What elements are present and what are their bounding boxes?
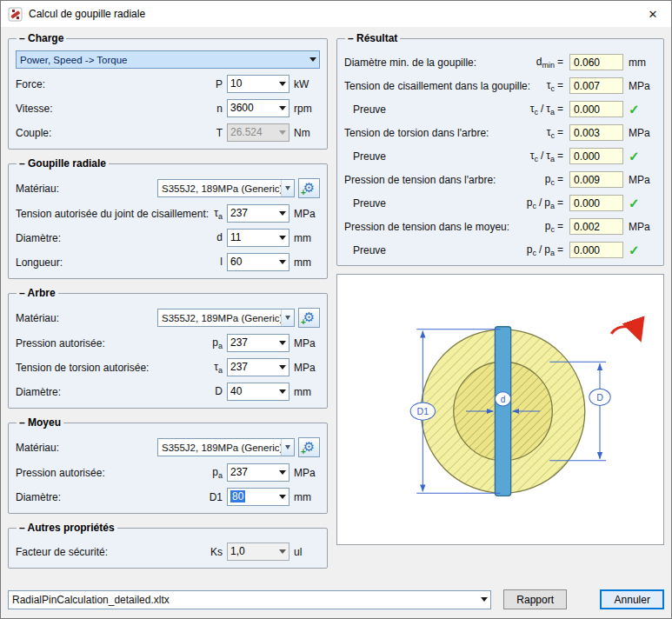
pin-length-label: Longueur: (16, 256, 220, 269)
unit-label: MPa (629, 80, 656, 92)
safety-factor-value[interactable] (228, 543, 276, 560)
hub-pressure-row: Pression autorisée: pa MPa (16, 463, 320, 482)
result-symbol: pc= (545, 220, 566, 234)
dropdown-arrow-icon[interactable] (276, 335, 289, 351)
unit-label: MPa (294, 467, 320, 479)
pin-diameter-input[interactable] (227, 229, 289, 247)
hub-material-edit-button[interactable]: ⚙ + (298, 437, 320, 457)
cancel-button[interactable]: Annuler (600, 589, 664, 609)
proof-value-field[interactable] (569, 148, 623, 164)
shaft-diameter-input[interactable] (227, 383, 289, 401)
group-shaft-title: Arbre (17, 287, 58, 299)
group-charge-title: Charge (17, 32, 66, 44)
power-value[interactable] (228, 76, 276, 92)
speed-value[interactable] (228, 100, 276, 116)
proof-row: Preuve τc/τa= ✓ (344, 101, 656, 117)
hub-material-row: Matériau: S355J2, 189MPa (Generic) ⚙ + (16, 437, 320, 457)
proof-row: Preuve pc/pa= ✓ (344, 195, 656, 211)
pin-length-value[interactable] (228, 254, 276, 270)
result-value-field[interactable] (569, 218, 623, 235)
dropdown-arrow-icon[interactable] (281, 310, 294, 326)
dropdown-arrow-icon[interactable] (276, 543, 289, 560)
pin-diameter-value[interactable] (228, 230, 276, 246)
speed-row: Vitesse: n rpm (16, 99, 320, 117)
plus-icon: + (301, 189, 306, 197)
shear-stress-value[interactable] (228, 205, 276, 222)
result-symbol: dmin= (536, 56, 566, 70)
dropdown-arrow-icon[interactable] (276, 489, 289, 505)
report-button[interactable]: Rapport (503, 589, 567, 609)
power-input[interactable] (227, 75, 289, 93)
shaft-pressure-input[interactable] (227, 334, 289, 352)
torque-symbol: T (216, 127, 223, 139)
shaft-torsion-input[interactable] (227, 358, 289, 376)
hub-diameter-input[interactable]: 80 (227, 488, 289, 506)
hub-diameter-value[interactable]: 80 (228, 489, 276, 505)
dropdown-arrow-icon[interactable] (276, 383, 289, 400)
result-value-field[interactable] (569, 124, 623, 141)
dropdown-arrow-icon[interactable] (477, 591, 490, 609)
hub-diameter-row: Diamètre: D1 80 mm (16, 488, 320, 506)
result-value-field[interactable] (569, 77, 623, 94)
pin-material-select[interactable]: S355J2, 189MPa (Generic) (157, 179, 295, 197)
dropdown-arrow-icon[interactable] (276, 100, 289, 116)
shear-stress-row: Tension autorisée du joint de cisailleme… (16, 204, 320, 223)
proof-value-field[interactable] (569, 242, 623, 258)
unit-label: MPa (629, 174, 656, 186)
load-type-select[interactable]: Power, Speed -> Torque (16, 50, 320, 69)
dropdown-arrow-icon[interactable] (281, 439, 294, 456)
power-row: Force: P kW (16, 75, 320, 93)
close-icon[interactable]: ✕ (635, 1, 671, 27)
proof-symbol: pc/pa= (527, 196, 566, 210)
hub-material-value: S355J2, 189MPa (Generic) (158, 439, 281, 456)
proof-value-field[interactable] (569, 195, 623, 211)
material-label: Matériau: (16, 183, 157, 195)
hub-pressure-input[interactable] (227, 463, 289, 482)
shaft-diameter-value[interactable] (228, 383, 276, 400)
dropdown-arrow-icon[interactable] (276, 76, 289, 92)
group-result-title: Résultat (345, 32, 400, 44)
hub-pressure-value[interactable] (228, 464, 276, 481)
proof-value-field[interactable] (569, 101, 623, 117)
shaft-pressure-value[interactable] (228, 335, 276, 351)
shaft-material-edit-button[interactable]: ⚙ + (298, 308, 320, 328)
unit-label: ul (294, 546, 320, 558)
safety-factor-symbol: Ks (210, 546, 223, 558)
dropdown-arrow-icon[interactable] (276, 230, 289, 246)
speed-input[interactable] (227, 99, 289, 117)
torque-input (227, 123, 289, 142)
group-other: Autres propriétés Facteur de sécurité: K… (8, 522, 328, 569)
hub-material-select[interactable]: S355J2, 189MPa (Generic) (157, 438, 295, 456)
group-hub: Moyeu Matériau: S355J2, 189MPa (Generic)… (8, 416, 328, 514)
result-value-field[interactable] (569, 171, 623, 188)
pin-material-edit-button[interactable]: ⚙ + (298, 178, 320, 198)
shaft-torsion-label: Tension de torsion autorisée: (16, 362, 214, 374)
safety-factor-input[interactable] (227, 542, 289, 561)
shaft-material-select[interactable]: S355J2, 189MPa (Generic) (157, 309, 295, 327)
power-label: Force: (16, 78, 216, 90)
template-file-select[interactable]: RadialPinCalculation_detailed.xltx (8, 590, 491, 609)
pin-length-input[interactable] (227, 253, 289, 271)
unit-label: MPa (629, 221, 656, 233)
shaft-torsion-value[interactable] (228, 359, 276, 376)
dropdown-arrow-icon[interactable] (276, 254, 289, 270)
result-label: Tension de torsion dans l'arbre: (344, 127, 547, 139)
shaft-pressure-symbol: pa (212, 336, 223, 350)
proof-row: Preuve τc/τa= ✓ (344, 148, 656, 164)
shear-stress-symbol: τa (214, 207, 223, 221)
dropdown-arrow-icon[interactable] (276, 205, 289, 222)
pin-diameter-label: Diamètre: (16, 232, 216, 244)
result-symbol: τc= (547, 126, 566, 140)
dropdown-arrow-icon[interactable] (276, 464, 289, 481)
load-type-value: Power, Speed -> Torque (17, 51, 306, 68)
unit-label: Nm (294, 127, 320, 139)
proof-label: Preuve (344, 103, 530, 116)
result-value-field[interactable] (569, 54, 623, 70)
dropdown-arrow-icon[interactable] (306, 51, 319, 68)
dropdown-arrow-icon[interactable] (276, 359, 289, 376)
hub-diameter-label: Diamètre: (16, 491, 210, 503)
group-result: Résultat Diamètre min. de la goupille: d… (336, 32, 664, 266)
result-row-pin-shear: Tension de cisaillement dans la goupille… (344, 77, 656, 94)
dropdown-arrow-icon[interactable] (281, 180, 294, 196)
shear-stress-input[interactable] (227, 204, 289, 223)
